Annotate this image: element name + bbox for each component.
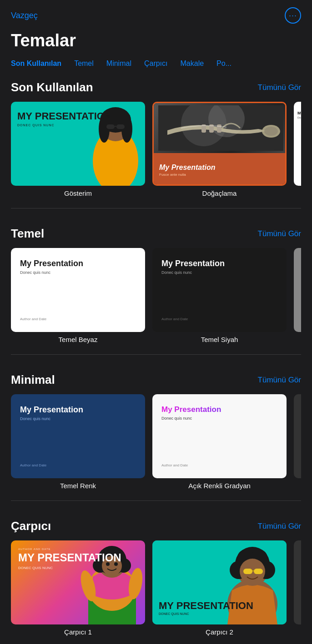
section-header-son-kullanilan: Son Kullanılan Tümünü Gör: [11, 80, 301, 94]
template-card-carpici2[interactable]: MY PRESENTATION DONEC QUIS NUNC Çarpıcı …: [152, 540, 287, 636]
section-title-son-kullanilan: Son Kullanılan: [11, 80, 93, 94]
gosterim-label: Gösterim: [11, 189, 145, 197]
gosterim-title: MY PRESENTATION: [17, 111, 139, 122]
tab-son-kullanilan[interactable]: Son Kullanılan: [11, 58, 61, 69]
section-header-temel: Temel Tümünü Gör: [11, 227, 301, 241]
section-temel: Temel Tümünü Gör My Presentation Donec q…: [0, 218, 312, 345]
see-all-carpici[interactable]: Tümünü Gör: [258, 522, 301, 531]
thumb-temel-siyah: My Presentation Donec quis nunc Author a…: [152, 248, 287, 332]
section-carpici: Çarpıcı Tümünü Gör AUTHOR AND DATE MY PR…: [0, 510, 312, 644]
temel-beyaz-title: My Presentation: [20, 259, 136, 268]
more-icon: ···: [289, 11, 297, 20]
thumb-carpici1: AUTHOR AND DATE MY PRESENTATION DONEC QU…: [11, 540, 145, 624]
see-all-minimal[interactable]: Tümünü Gör: [258, 376, 301, 385]
temel-renk-content: My Presentation Donec quis nunc: [20, 405, 136, 421]
temel-renk-author: Author and Date: [20, 463, 136, 467]
carpici2-text: MY PRESENTATION DONEC QUIS NUNC: [159, 600, 253, 615]
temel-renk-subtitle: Donec quis nunc: [20, 416, 136, 421]
gosterim-subtitle: DONEC QUIS NUNC: [17, 124, 139, 127]
section-son-kullanilan: Son Kullanılan Tümünü Gör MY PRESENTATIO…: [0, 71, 312, 199]
thumb-dogaclama: My Presentation Fusce ante nulla: [152, 102, 287, 186]
section-minimal: Minimal Tümünü Gör My Presentation Donec…: [0, 364, 312, 491]
cards-row-son-kullanilan: MY PRESENTATION DONEC QUIS NUNC: [11, 102, 301, 199]
temel-beyaz-label: Temel Beyaz: [11, 336, 145, 343]
temel-siyah-title: My Presentation: [161, 259, 277, 268]
template-card-temel-beyaz[interactable]: My Presentation Donec quis nunc Author a…: [11, 248, 145, 343]
section-header-carpici: Çarpıcı Tümünü Gör: [11, 519, 301, 533]
carpici1-subtitle: DONEC QUIS NUNC: [18, 566, 138, 570]
acik-gradyan-subtitle: Donec quis nunc: [161, 416, 277, 421]
see-all-temel[interactable]: Tümünü Gör: [258, 229, 301, 238]
template-card-partial-2[interactable]: [294, 248, 301, 343]
more-button[interactable]: ···: [285, 7, 301, 24]
temel-renk-label: Temel Renk: [11, 482, 145, 490]
acik-gradyan-label: Açık Renkli Gradyan: [152, 482, 287, 490]
svg-rect-39: [243, 569, 252, 574]
carpici1-label: Çarpıcı 1: [11, 628, 145, 636]
divider-1: [11, 208, 301, 208]
tab-temel[interactable]: Temel: [74, 58, 94, 69]
tab-minimal[interactable]: Minimal: [106, 58, 131, 69]
temel-beyaz-subtitle: Donec quis nunc: [20, 270, 136, 275]
dogaclama-title: My Presentation: [159, 163, 280, 172]
template-card-partial-4[interactable]: [294, 540, 301, 636]
dogaclama-subtitle: Fusce ante nulla: [159, 173, 280, 177]
see-all-son-kullanilan[interactable]: Tümünü Gör: [258, 83, 301, 92]
thumb-temel-beyaz: My Presentation Donec quis nunc Author a…: [11, 248, 145, 332]
dogaclama-label: Doğaçlama: [152, 189, 287, 197]
temel-beyaz-author: Author and Date: [20, 317, 136, 321]
tab-bar: Son Kullanılan Temel Minimal Çarpıcı Mak…: [0, 58, 312, 69]
cancel-button[interactable]: Vazgeç: [11, 11, 38, 20]
dogaclama-bottom-bar: My Presentation Fusce ante nulla: [154, 153, 285, 186]
cards-row-temel: My Presentation Donec quis nunc Author a…: [11, 248, 301, 345]
section-title-minimal: Minimal: [11, 373, 55, 387]
template-card-temel-renk[interactable]: My Presentation Donec quis nunc Author a…: [11, 394, 145, 490]
thumb-carpici2: MY PRESENTATION DONEC QUIS NUNC: [152, 540, 287, 624]
template-card-gosterim[interactable]: MY PRESENTATION DONEC QUIS NUNC: [11, 102, 145, 197]
svg-rect-17: [217, 124, 221, 133]
tab-carpici[interactable]: Çarpıcı: [144, 58, 168, 69]
thumb-partial-3: [294, 394, 301, 478]
header: Vazgeç ···: [0, 0, 312, 27]
thumb-partial-4: [294, 540, 301, 624]
section-header-minimal: Minimal Tümünü Gör: [11, 373, 301, 387]
section-title-temel: Temel: [11, 227, 44, 241]
thumb-temel-renk: My Presentation Donec quis nunc Author a…: [11, 394, 145, 478]
temel-renk-title: My Presentation: [20, 405, 136, 415]
divider-2: [11, 354, 301, 355]
svg-rect-40: [254, 569, 263, 574]
thumb-partial-1: M... Do...: [294, 102, 301, 186]
tab-po[interactable]: Po...: [216, 58, 231, 69]
carpici1-author: AUTHOR AND DATE: [18, 548, 138, 550]
carpici1-title: MY PRESENTATION: [18, 552, 138, 563]
template-card-partial-1[interactable]: M... Do...: [294, 102, 301, 197]
thumb-partial-2: [294, 248, 301, 332]
divider-3: [11, 500, 301, 501]
acik-gradyan-author: Author and Date: [161, 463, 277, 467]
template-card-partial-3[interactable]: [294, 394, 301, 490]
svg-point-14: [264, 127, 278, 136]
dogaclama-photo: [154, 103, 285, 153]
page-title: Temalar: [0, 27, 312, 58]
tab-makale[interactable]: Makale: [181, 58, 204, 69]
carpici2-subtitle: DONEC QUIS NUNC: [159, 612, 253, 615]
carpici1-text: AUTHOR AND DATE MY PRESENTATION DONEC QU…: [18, 548, 138, 570]
template-card-acik-gradyan[interactable]: My Presentation Donec quis nunc Author a…: [152, 394, 287, 490]
acik-gradyan-content: My Presentation Donec quis nunc: [161, 405, 277, 421]
gosterim-text-area: MY PRESENTATION DONEC QUIS NUNC: [11, 102, 145, 186]
temel-siyah-content: My Presentation Donec quis nunc: [161, 259, 277, 275]
acik-gradyan-title: My Presentation: [161, 405, 277, 414]
temel-beyaz-content: My Presentation Donec quis nunc: [20, 259, 136, 275]
template-card-dogaclama[interactable]: My Presentation Fusce ante nulla Doğaçla…: [152, 102, 287, 197]
carpici2-title: MY PRESENTATION: [159, 600, 253, 611]
template-card-temel-siyah[interactable]: My Presentation Donec quis nunc Author a…: [152, 248, 287, 343]
temel-siyah-label: Temel Siyah: [152, 336, 287, 343]
cards-row-minimal: My Presentation Donec quis nunc Author a…: [11, 394, 301, 491]
temel-siyah-author: Author and Date: [161, 317, 277, 321]
temel-siyah-subtitle: Donec quis nunc: [161, 270, 277, 275]
thumb-acik-gradyan: My Presentation Donec quis nunc Author a…: [152, 394, 287, 478]
carpici2-label: Çarpıcı 2: [152, 628, 287, 636]
template-card-carpici1[interactable]: AUTHOR AND DATE MY PRESENTATION DONEC QU…: [11, 540, 145, 636]
thumb-gosterim: MY PRESENTATION DONEC QUIS NUNC: [11, 102, 145, 186]
section-title-carpici: Çarpıcı: [11, 519, 51, 533]
